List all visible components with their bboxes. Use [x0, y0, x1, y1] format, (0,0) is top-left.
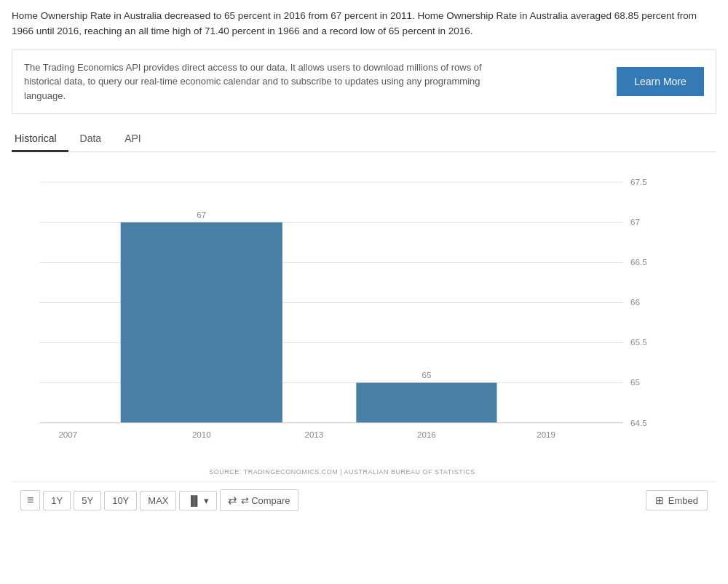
learn-more-button[interactable]: Learn More [617, 67, 704, 96]
svg-text:65.5: 65.5 [630, 339, 647, 347]
bar-2016 [356, 383, 496, 423]
embed-button[interactable]: ⊞ Embed [646, 490, 708, 510]
svg-text:65: 65 [630, 379, 640, 387]
toolbar-left: ≡ 1Y 5Y 10Y MAX ▐▌ ▾ ⇄ ⇄ Compare [20, 489, 298, 511]
svg-text:2016: 2016 [417, 430, 436, 439]
tabs-container: Historical Data API [12, 127, 716, 152]
svg-text:67: 67 [630, 218, 640, 227]
chart-type-icon: ▐▌ [187, 495, 200, 506]
embed-icon: ⊞ [655, 494, 664, 506]
description-text: Home Ownership Rate in Australia decreas… [12, 9, 716, 39]
svg-text:2007: 2007 [58, 430, 77, 439]
svg-text:64.5: 64.5 [630, 419, 647, 427]
list-view-button[interactable]: ≡ [20, 490, 40, 510]
max-button[interactable]: MAX [140, 491, 176, 510]
svg-text:67.5: 67.5 [630, 178, 647, 187]
compare-label: ⇄ Compare [241, 495, 290, 506]
svg-text:67: 67 [197, 210, 206, 219]
svg-text:2010: 2010 [192, 430, 211, 439]
chart-source: SOURCE: TRADINGECONOMICS.COM | AUSTRALIA… [12, 468, 673, 476]
compare-icon: ⇄ [228, 494, 237, 507]
embed-label: Embed [668, 495, 698, 506]
1y-button[interactable]: 1Y [43, 491, 71, 510]
chart-type-button[interactable]: ▐▌ ▾ [179, 491, 216, 510]
tab-historical[interactable]: Historical [12, 127, 68, 152]
svg-text:65: 65 [422, 371, 431, 379]
tab-api[interactable]: API [113, 127, 153, 152]
api-banner: The Trading Economics API provides direc… [12, 50, 716, 114]
chart-area: 67.5 67 66.5 66 65.5 65 64.5 67 65 2007 … [12, 159, 716, 465]
svg-text:66: 66 [630, 299, 640, 307]
svg-text:2013: 2013 [304, 430, 323, 439]
svg-text:66.5: 66.5 [630, 259, 647, 267]
5y-button[interactable]: 5Y [74, 491, 101, 510]
api-banner-text: The Trading Economics API provides direc… [24, 60, 519, 103]
tab-data[interactable]: Data [68, 127, 114, 152]
main-container: Home Ownership Rate in Australia decreas… [0, 0, 728, 527]
chart-type-dropdown-icon: ▾ [204, 495, 209, 506]
compare-button[interactable]: ⇄ ⇄ Compare [220, 489, 298, 511]
10y-button[interactable]: 10Y [104, 491, 137, 510]
bar-chart: 67.5 67 66.5 66 65.5 65 64.5 67 65 2007 … [12, 159, 673, 465]
bar-2010 [121, 223, 282, 423]
toolbar: ≡ 1Y 5Y 10Y MAX ▐▌ ▾ ⇄ ⇄ Compare ⊞ Embed [12, 481, 716, 518]
svg-text:2019: 2019 [537, 430, 555, 439]
